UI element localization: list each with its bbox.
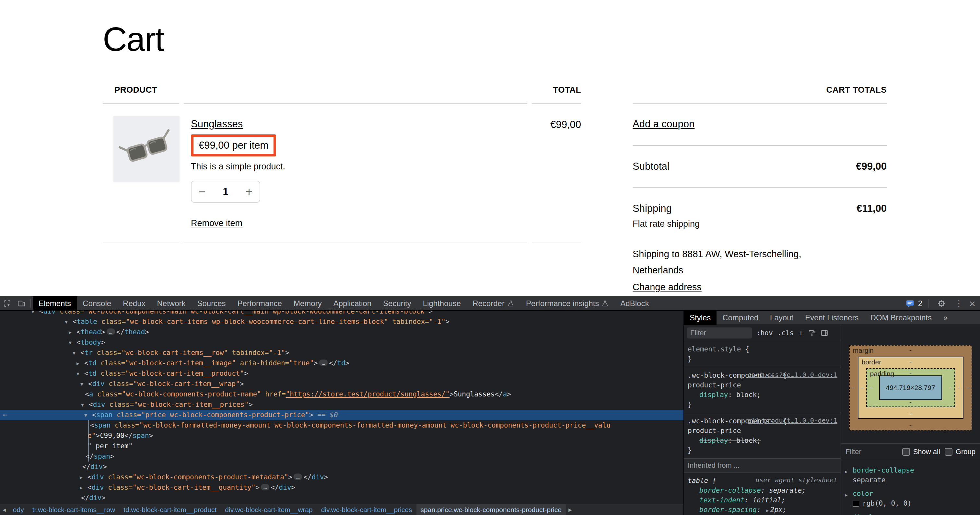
breadcrumb-item[interactable]: tr.wc-block-cart-items__row: [28, 506, 119, 514]
box-model[interactable]: margin - - - - border - - - - padding: [849, 345, 972, 431]
devtools-tab-application[interactable]: Application: [328, 296, 377, 310]
computed-property[interactable]: ▶border-collapseseparate: [841, 464, 980, 487]
dom-tree-row[interactable]: ▼<tbody>: [0, 337, 684, 348]
dom-tree-row[interactable]: ▼<div class="wc-block-cart-item__wrap">: [0, 378, 684, 389]
dom-tree-row[interactable]: <span class="wc-block-formatted-money-am…: [0, 420, 684, 431]
dom-tree-row[interactable]: " per item": [0, 441, 684, 451]
style-rule[interactable]: element.style {}: [684, 341, 841, 367]
computed-property[interactable]: ▶display: [841, 510, 980, 515]
toggle-hover-state[interactable]: :hov: [756, 329, 773, 337]
dom-tree-row[interactable]: ▼<td class="wc-block-cart-item__product"…: [0, 368, 684, 378]
devtools-tab-console[interactable]: Console: [77, 296, 117, 310]
expand-arrow-open-icon[interactable]: ▼: [84, 410, 92, 420]
css-property[interactable]: text-indent: initial;: [688, 495, 837, 505]
style-rule[interactable]: user agent stylesheettable {border-colla…: [684, 472, 841, 515]
breadcrumb-item[interactable]: div.wc-block-cart-item__wrap: [221, 506, 317, 514]
expand-arrow-closed-icon[interactable]: ▶: [80, 483, 88, 493]
devtools-tab-recorder[interactable]: Recorder: [467, 296, 520, 310]
expand-arrow-closed-icon[interactable]: ▶: [69, 327, 76, 337]
dom-tree-row[interactable]: ▼<div class="wc-block-cart-item__prices"…: [0, 399, 684, 410]
breadcrumb-scroll-right-icon[interactable]: ▶: [566, 507, 574, 512]
devtools-tab-elements[interactable]: Elements: [33, 296, 77, 310]
devtools-tab-security[interactable]: Security: [377, 296, 417, 310]
expand-arrow-open-icon[interactable]: ▼: [76, 369, 84, 379]
dom-tree-row[interactable]: </span>: [0, 451, 684, 461]
quantity-decrease-button[interactable]: −: [199, 186, 205, 197]
dom-tree-row[interactable]: </div>: [0, 493, 684, 503]
dom-tree-row[interactable]: ▼<tr class="wc-block-cart-items__row" ta…: [0, 348, 684, 358]
devtools-tab-redux[interactable]: Redux: [117, 296, 151, 310]
dom-tree-row[interactable]: <a class="wc-block-components-product-na…: [0, 389, 684, 399]
dom-tree-row[interactable]: ▼<table class="wc-block-cart-items wp-bl…: [0, 316, 684, 327]
expand-arrow-open-icon[interactable]: ▼: [65, 317, 73, 327]
remove-item-link[interactable]: Remove item: [191, 218, 242, 228]
expand-arrow-closed-icon[interactable]: ▶: [845, 513, 848, 515]
css-property[interactable]: border-collapse: separate;: [688, 486, 837, 495]
issues-badge[interactable]: 2: [905, 299, 922, 308]
change-address-link[interactable]: Change address: [633, 279, 702, 295]
rendering-emulation-icon[interactable]: [808, 329, 816, 337]
styles-tab-styles[interactable]: Styles: [684, 311, 716, 324]
breadcrumb-item[interactable]: ody: [9, 506, 28, 514]
expand-arrow-closed-icon[interactable]: ▶: [76, 358, 84, 369]
product-name-link[interactable]: Sunglasses: [191, 118, 243, 130]
devtools-tab-lighthouse[interactable]: Lighthouse: [417, 296, 467, 310]
group-checkbox[interactable]: [945, 448, 953, 456]
devtools-tab-sources[interactable]: Sources: [191, 296, 232, 310]
breadcrumb-scroll-left-icon[interactable]: ◀: [0, 507, 9, 512]
styles-filter-input[interactable]: Filter: [687, 327, 752, 339]
breadcrumb-item[interactable]: span.price.wc-block-components-product-p…: [417, 504, 566, 515]
quantity-increase-button[interactable]: +: [246, 186, 253, 197]
collapsed-content-button[interactable]: …: [107, 328, 115, 335]
collapsed-content-button[interactable]: …: [319, 359, 328, 366]
styles-tab-computed[interactable]: Computed: [716, 311, 764, 324]
quantity-value[interactable]: 1: [223, 186, 228, 197]
dom-tree-row[interactable]: ▼<div class="wc-block-components-main wc…: [0, 311, 684, 316]
device-toolbar-icon[interactable]: [14, 296, 29, 310]
dom-tree-row[interactable]: </div>: [0, 461, 684, 472]
devtools-tab-performance[interactable]: Performance: [232, 296, 288, 310]
css-property[interactable]: display: block;: [688, 436, 837, 445]
settings-gear-icon[interactable]: [934, 299, 948, 308]
close-devtools-icon[interactable]: ×: [969, 298, 975, 309]
computed-filter-input[interactable]: Filter: [845, 448, 898, 456]
breadcrumb-item[interactable]: td.wc-block-cart-item__product: [119, 506, 221, 514]
style-rule[interactable]: cart.css?ve…1.0.0-dev:1.wc-block-compone…: [684, 367, 841, 413]
dom-tree-row[interactable]: ▶<div class="wc-block-cart-item__quantit…: [0, 482, 684, 493]
expand-arrow-open-icon[interactable]: ▼: [32, 311, 39, 317]
expand-arrow-open-icon[interactable]: ▼: [69, 337, 76, 348]
new-style-rule-icon[interactable]: +: [798, 328, 803, 337]
styles-tab-dom-breakpoints[interactable]: DOM Breakpoints: [865, 311, 937, 324]
dom-tree-row-selected[interactable]: ⋯▼<span class="price wc-block-components…: [0, 410, 684, 420]
breadcrumb-item[interactable]: div.wc-block-cart-item__prices: [317, 506, 417, 514]
dom-tree-row[interactable]: ▶<div class="wc-block-components-product…: [0, 472, 684, 482]
styles-tab-»[interactable]: »: [937, 311, 953, 324]
collapsed-content-button[interactable]: …: [261, 484, 269, 490]
inspect-element-icon[interactable]: [0, 296, 14, 310]
expand-arrow-closed-icon[interactable]: ▶: [80, 472, 88, 483]
style-rule[interactable]: all-product…1.0.0-dev:1.wc-block-compone…: [684, 413, 841, 459]
expand-arrow-open-icon[interactable]: ▼: [73, 348, 80, 358]
styles-tab-event-listeners[interactable]: Event Listeners: [799, 311, 864, 324]
stylesheet-source-link[interactable]: all-product…1.0.0-dev:1: [748, 416, 837, 425]
devtools-tab-performance-insights[interactable]: Performance insights: [520, 296, 614, 310]
expand-arrow-closed-icon[interactable]: ▶: [845, 490, 848, 500]
expand-arrow-open-icon[interactable]: ▼: [80, 379, 88, 389]
dom-tree-row[interactable]: ▶<thead>…</thead>: [0, 327, 684, 337]
expand-arrow-closed-icon[interactable]: ▶: [845, 467, 848, 477]
devtools-tab-memory[interactable]: Memory: [288, 296, 328, 310]
css-property[interactable]: border-spacing: ▶2px;: [688, 505, 837, 515]
computed-property[interactable]: ▶colorrgb(0, 0, 0): [841, 487, 980, 510]
dom-tree-row[interactable]: e">€99,00</span>: [0, 431, 684, 441]
devtools-tab-adblock[interactable]: AdBlock: [614, 296, 655, 310]
css-property[interactable]: display: block;: [688, 390, 837, 400]
collapsed-content-button[interactable]: …: [294, 474, 302, 480]
expand-arrow-open-icon[interactable]: ▼: [81, 400, 89, 410]
toggle-classes[interactable]: .cls: [778, 329, 794, 337]
styles-tab-layout[interactable]: Layout: [764, 311, 799, 324]
more-actions-gutter[interactable]: ⋯: [3, 410, 7, 420]
devtools-tab-network[interactable]: Network: [151, 296, 191, 310]
stylesheet-source-link[interactable]: cart.css?ve…1.0.0-dev:1: [748, 370, 837, 380]
more-options-icon[interactable]: ⋮: [955, 298, 963, 309]
product-image[interactable]: [113, 116, 180, 182]
